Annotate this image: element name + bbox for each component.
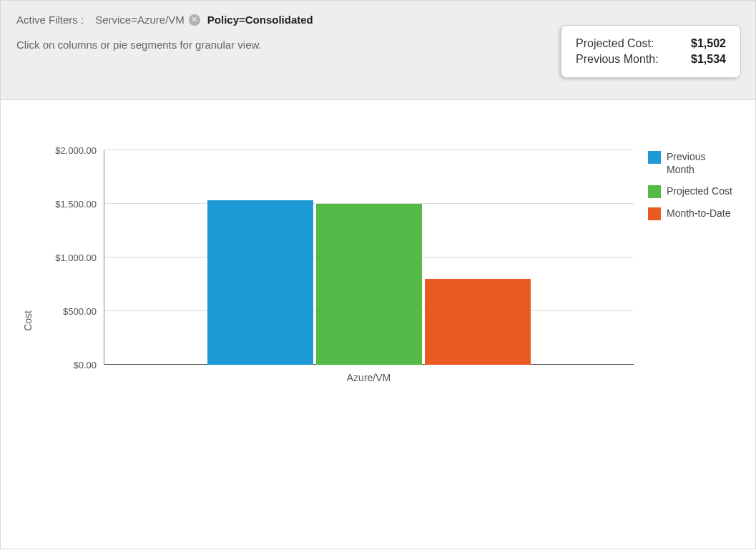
active-filters-row: Active Filters : Service=Azure/VM ✕ Poli… [16, 14, 740, 26]
y-tick: $0.00 [73, 360, 97, 370]
legend-item[interactable]: Projected Cost [648, 185, 734, 198]
projected-cost-value: $1,502 [691, 37, 726, 50]
chart-bar[interactable] [425, 279, 531, 365]
y-tick: $1,000.00 [55, 252, 97, 263]
filter-tag-service-text: Service=Azure/VM [95, 14, 185, 26]
filter-tag-service[interactable]: Service=Azure/VM ✕ [95, 14, 200, 26]
legend-item[interactable]: Month-to-Date [648, 207, 734, 220]
y-tick: $2,000.00 [55, 145, 97, 156]
previous-month-row: Previous Month: $1,534 [576, 51, 726, 67]
legend-swatch-icon [648, 207, 661, 220]
previous-month-value: $1,534 [691, 53, 726, 66]
legend-swatch-icon [648, 151, 661, 164]
bars-group [104, 150, 634, 365]
y-axis-ticks: $2,000.00 $1,500.00 $1,000.00 $500.00 $0… [39, 150, 104, 365]
chart-legend: Previous MonthProjected CostMonth-to-Dat… [648, 150, 734, 229]
legend-label: Projected Cost [667, 185, 732, 197]
chart-bar[interactable] [207, 200, 313, 365]
chart-bar[interactable] [316, 204, 422, 365]
filter-tag-policy[interactable]: Policy=Consolidated [207, 14, 313, 26]
filter-tag-policy-text: Policy=Consolidated [207, 14, 313, 26]
legend-item[interactable]: Previous Month [648, 150, 734, 176]
filters-label: Active Filters : [16, 14, 84, 26]
y-axis-label: Cost [22, 310, 34, 331]
y-tick: $1,500.00 [55, 199, 97, 210]
cost-summary-card: Projected Cost: $1,502 Previous Month: $… [561, 25, 741, 78]
projected-cost-row: Projected Cost: $1,502 [576, 36, 726, 51]
chart-grid [104, 150, 634, 365]
x-axis-category: Azure/VM [104, 365, 634, 383]
chart-panel: Cost $2,000.00 $1,500.00 $1,000.00 $500.… [0, 100, 756, 549]
chart-plot-area: $2,000.00 $1,500.00 $1,000.00 $500.00 $0… [39, 150, 634, 365]
legend-label: Previous Month [667, 150, 734, 176]
projected-cost-label: Projected Cost: [576, 37, 654, 50]
previous-month-label: Previous Month: [576, 53, 659, 66]
legend-label: Month-to-Date [667, 207, 730, 220]
filters-panel: Active Filters : Service=Azure/VM ✕ Poli… [0, 0, 756, 100]
close-icon[interactable]: ✕ [189, 14, 200, 26]
legend-swatch-icon [648, 185, 661, 198]
y-tick: $500.00 [63, 306, 97, 317]
